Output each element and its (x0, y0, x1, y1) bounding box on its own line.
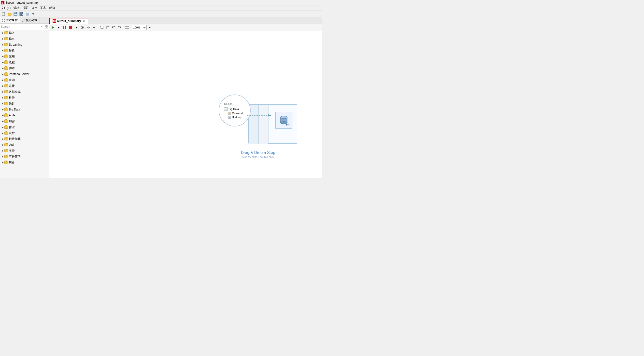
tree-item-apply[interactable]: ▶ 应用 (0, 53, 49, 59)
menu-edit[interactable]: 编辑 (14, 6, 20, 10)
run-button[interactable] (50, 25, 56, 30)
next-button[interactable] (92, 25, 97, 30)
tree-item-inline[interactable]: ▶ 内联 (0, 142, 49, 148)
preview-button[interactable] (80, 25, 85, 30)
main-toolbar: + ▼ (0, 11, 322, 17)
zoom-select[interactable]: 100% 75% 50% 125% 150% (132, 25, 147, 30)
expand-arrow[interactable]: ▶ (1, 43, 4, 46)
menu-tools[interactable]: 工具 (40, 6, 46, 10)
tab-main-tree[interactable]: 主对象树 (0, 17, 20, 23)
expand-arrow[interactable]: ▶ (1, 161, 4, 164)
tree-item-input[interactable]: ▶ 输入 (0, 30, 49, 36)
dropdown-button[interactable]: ▼ (30, 11, 36, 16)
tree-item-streaming[interactable]: ▶ Streaming (0, 42, 49, 48)
canvas[interactable]: Design Big Data (49, 31, 322, 178)
svg-rect-7 (14, 14, 17, 15)
tree-item-mapping[interactable]: ▶ 映射 (0, 130, 49, 136)
expand-arrow[interactable]: ▶ (1, 108, 4, 111)
menu-help[interactable]: 帮助 (49, 6, 55, 10)
tree-item-flow[interactable]: ▶ 流程 (0, 59, 49, 65)
folder-icon (4, 49, 8, 52)
svg-text:S: S (2, 2, 3, 4)
expand-arrow[interactable]: ▶ (1, 149, 4, 152)
paste-button[interactable] (105, 25, 110, 30)
tree-item-dw[interactable]: ▶ 数据仓库 (0, 89, 49, 95)
saveas-button[interactable]: + (19, 11, 24, 16)
expand-arrow[interactable]: ▶ (1, 72, 4, 76)
expand-arrow[interactable]: ▶ (1, 125, 4, 129)
expand-arrow[interactable]: ▶ (1, 155, 4, 158)
expand-arrow[interactable]: ▶ (1, 66, 4, 70)
copy-step-button[interactable] (99, 25, 104, 30)
tree-label: 连接 (9, 84, 15, 88)
save-button[interactable] (13, 11, 18, 16)
tree-item-stats[interactable]: ▶ 统计 (0, 101, 49, 107)
expand-arrow[interactable]: ▶ (1, 120, 4, 123)
tree-item-bulkload[interactable]: ▶ 批量加载 (0, 136, 49, 142)
tab-close[interactable]: ✕ (83, 20, 85, 22)
expand-arrow[interactable]: ▶ (1, 137, 4, 141)
folder-icon (4, 61, 8, 64)
expand-arrow[interactable]: ▶ (1, 96, 4, 99)
expand-arrow[interactable]: ▶ (1, 90, 4, 93)
expand-arrow[interactable]: ▶ (1, 114, 4, 117)
svg-rect-21 (47, 27, 48, 28)
settings-button[interactable] (86, 25, 91, 30)
tree-item-validate[interactable]: ▶ 检验 (0, 95, 49, 101)
menu-view[interactable]: 视图 (22, 6, 28, 10)
expand-arrow[interactable]: ▶ (1, 102, 4, 105)
zoom-dropdown[interactable]: ▼ (147, 25, 152, 30)
menu-file[interactable]: 文件(F) (1, 6, 10, 10)
expand-arrow[interactable]: ▶ (1, 84, 4, 88)
folder-icon (4, 31, 8, 34)
open-button[interactable] (7, 11, 12, 16)
tree-item-pentaho[interactable]: ▶ Pentaho Server (0, 71, 49, 77)
svg-rect-48 (228, 112, 231, 113)
svg-rect-13 (26, 15, 29, 15)
stop-button[interactable] (68, 25, 73, 30)
expand-arrow[interactable]: ▶ (1, 61, 4, 64)
expand-arrow[interactable]: ▶ (1, 49, 4, 52)
tree-item-agile[interactable]: ▶ Agile (0, 112, 49, 118)
svg-rect-19 (47, 25, 48, 26)
undo-button[interactable] (111, 25, 116, 30)
expand-arrow[interactable]: ▶ (1, 37, 4, 40)
folder-icon (4, 120, 8, 123)
tree-label: 输入 (9, 31, 15, 35)
canvas-sep-2 (123, 25, 123, 29)
tree-item-encrypt[interactable]: ▶ 加密 (0, 118, 49, 124)
tree-label: 实验 (9, 149, 15, 153)
clear-search-button[interactable]: ✕ (41, 25, 44, 28)
search-input[interactable] (1, 25, 41, 28)
expand-arrow[interactable]: ▶ (1, 78, 4, 82)
new-button[interactable] (1, 11, 6, 16)
tab-core-objects[interactable]: 核心对象 (20, 17, 40, 23)
tree-item-transform[interactable]: ▶ 转换 (0, 48, 49, 53)
expand-arrow[interactable]: ▶ (1, 143, 4, 147)
tree-item-bigdata[interactable]: ▶ Big Data (0, 107, 49, 112)
tree-item-connect[interactable]: ▶ 连接 (0, 83, 49, 89)
tree-item-experiment[interactable]: ▶ 实验 (0, 148, 49, 154)
stop-dropdown[interactable]: ▼ (74, 25, 79, 30)
pause-button[interactable] (62, 25, 67, 30)
expand-arrow[interactable]: ▶ (1, 31, 4, 35)
tree-item-query[interactable]: ▶ 查询 (0, 77, 49, 83)
expand-arrow[interactable]: ▶ (1, 55, 4, 58)
tree-item-history[interactable]: ▶ 历史 (0, 160, 49, 165)
layout-button[interactable] (45, 25, 48, 28)
tree-item-output[interactable]: ▶ 输出 (0, 36, 49, 42)
grid-button[interactable] (124, 25, 130, 30)
redo-button[interactable] (117, 25, 122, 30)
svg-point-58 (280, 116, 287, 119)
tree-item-script[interactable]: ▶ 脚本 (0, 65, 49, 71)
menu-run[interactable]: 执行 (31, 6, 37, 10)
svg-text:H: H (229, 117, 230, 118)
layers-button[interactable] (24, 11, 30, 16)
expand-arrow[interactable]: ▶ (1, 131, 4, 135)
folder-icon (4, 90, 8, 93)
tree-item-job[interactable]: ▶ 作业 (0, 124, 49, 130)
tree-item-deprecated[interactable]: ▶ 不推荐的 (0, 154, 49, 160)
run-dropdown[interactable]: ▼ (56, 25, 62, 30)
tab-output-summary[interactable]: ⚙ output_summary ✕ (49, 18, 88, 24)
tree-label: Agile (9, 114, 16, 117)
